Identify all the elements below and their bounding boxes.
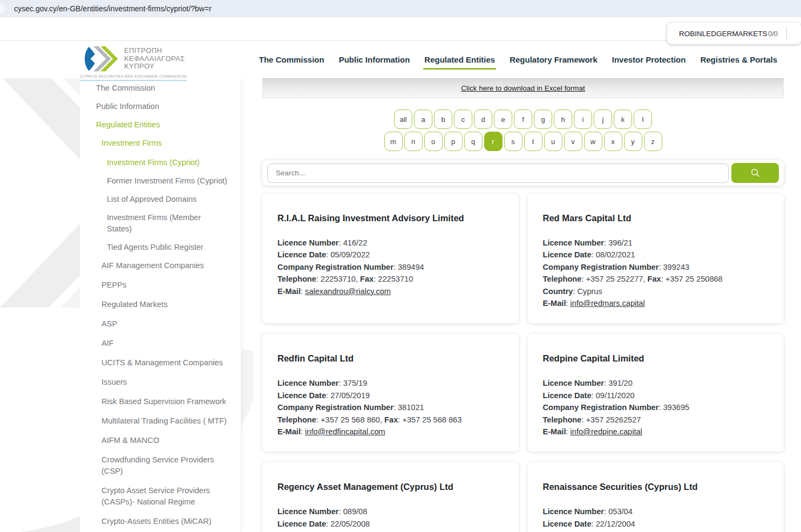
- entity-field: Company Registration Number: 389494: [277, 261, 504, 273]
- entity-field: Licence Number: 053/04: [543, 506, 769, 517]
- letter-filter-f[interactable]: f: [514, 110, 532, 129]
- letter-filter-all[interactable]: all: [394, 110, 412, 129]
- entity-fields: Licence Number: 375/19Licence Date: 27/0…: [277, 377, 504, 438]
- letter-filter-r[interactable]: r: [484, 132, 503, 151]
- nav-public-information[interactable]: Public Information: [339, 55, 410, 64]
- letter-filter-j[interactable]: j: [594, 110, 612, 129]
- search-button[interactable]: [731, 163, 779, 183]
- entity-field: Licence Number: 375/19: [277, 377, 504, 389]
- sidebar-item-pepps[interactable]: PEPPs: [80, 279, 241, 291]
- field-label: Licence Date: [277, 250, 326, 259]
- email-link[interactable]: salexandrou@rialcy.com: [305, 287, 391, 296]
- entity-field: Licence Number: 416/22: [277, 237, 504, 249]
- sidebar-menu: The CommissionPublic InformationRegulate…: [80, 83, 241, 532]
- letter-filter-l[interactable]: l: [634, 110, 652, 129]
- sidebar-item-crypto-assets-entities-micar[interactable]: Crypto-Assets Entities (MiCAR): [80, 516, 241, 527]
- excel-download-link[interactable]: Click here to download in Excel format: [461, 84, 585, 92]
- field-label: Country: [543, 287, 573, 296]
- sidebar-item-aif-management-companies[interactable]: AIF Management Companies: [80, 260, 241, 271]
- nav-the-commission[interactable]: The Commission: [259, 55, 324, 64]
- letter-filter-s[interactable]: s: [504, 132, 522, 151]
- find-query-input[interactable]: ROBINLEDGERMARKETS: [679, 30, 768, 38]
- letter-filter-k[interactable]: k: [614, 110, 632, 129]
- field-label: E-Mail: [543, 427, 566, 436]
- entity-name: Renaissance Securities (Cyprus) Ltd: [543, 482, 769, 492]
- search-input[interactable]: [267, 163, 729, 183]
- sidebar-item-tied-agents-public-register[interactable]: Tied Agents Public Register: [80, 242, 241, 253]
- letter-filter-h[interactable]: h: [554, 110, 572, 129]
- email-link[interactable]: info@redmars.capital: [571, 299, 645, 308]
- cysec-logo[interactable]: ΕΠΙΤΡΟΠΗ ΚΕΦΑΛΑΙΑΓΟΡΑΣ ΚΥΠΡΟΥ CYPRUS SEC…: [80, 45, 187, 81]
- letter-filter-v[interactable]: v: [564, 132, 582, 151]
- letter-filter-z[interactable]: z: [644, 132, 662, 151]
- field-label: E-Mail: [543, 299, 566, 308]
- sidebar-item-investment-firms-cypriot[interactable]: Investment Firms (Cypriot): [80, 157, 241, 168]
- letter-filter-i[interactable]: i: [574, 110, 592, 129]
- letter-filter-e[interactable]: e: [494, 110, 512, 129]
- letter-filter-g[interactable]: g: [534, 110, 552, 129]
- letter-filter-t[interactable]: t: [524, 132, 542, 151]
- entity-fields: Licence Number: 053/04Licence Date: 22/1…: [543, 506, 769, 532]
- entity-field: Licence Number: 396/21: [543, 237, 769, 249]
- email-link[interactable]: info@redpine.capital: [571, 427, 642, 436]
- entity-field: Licence Date: 27/05/2019: [277, 390, 504, 401]
- sidebar-item-regulated-markets[interactable]: Regulated Markets: [80, 299, 241, 310]
- sidebar-item-former-investment-firms-cypriot[interactable]: Former Investment Firms (Cypriot): [80, 175, 241, 187]
- field-label: Licence Number: [277, 507, 339, 516]
- sidebar-item-public-information[interactable]: Public Information: [80, 101, 241, 112]
- sidebar-item-regulated-entities[interactable]: Regulated Entities: [80, 119, 241, 131]
- sidebar-item-aifm-manco[interactable]: AIFM & MANCO: [80, 435, 241, 446]
- letter-filter-p[interactable]: p: [444, 132, 463, 151]
- main-content: Click here to download in Excel format a…: [262, 78, 784, 532]
- sidebar: The CommissionPublic InformationRegulate…: [80, 78, 241, 532]
- sidebar-item-investment-firms-member-states[interactable]: Investment Firms (Member States): [80, 212, 241, 235]
- entity-field: Telephone: +357 25262527: [543, 414, 769, 426]
- letter-filter-c[interactable]: c: [454, 110, 472, 129]
- sidebar-item-list-of-approved-domains[interactable]: List of Approved Domains: [80, 194, 241, 205]
- letter-filter-w[interactable]: w: [584, 132, 602, 151]
- sidebar-item-investment-firms[interactable]: Investment Firms: [80, 138, 241, 149]
- nav-regulated-entities[interactable]: Regulated Entities: [424, 55, 495, 64]
- entity-name: R.I.A.L Raising Investment Advisory Limi…: [277, 213, 504, 223]
- sidebar-item-the-commission[interactable]: The Commission: [80, 83, 241, 94]
- letter-filter-d[interactable]: d: [474, 110, 492, 129]
- browser-address-bar[interactable]: cysec.gov.cy/en-GB/entities/investment-f…: [0, 0, 801, 17]
- entity-fields: Licence Number: 089/08Licence Date: 22/0…: [277, 506, 504, 532]
- entity-field: Company Registration Number: 142715: [277, 530, 504, 532]
- entity-fields: Licence Number: 391/20Licence Date: 09/1…: [543, 377, 769, 438]
- sidebar-item-crowdfunding-service-providers-csp[interactable]: Crowdfunding Service Providers (CSP): [80, 454, 241, 477]
- nav-registries-portals[interactable]: Registries & Portals: [700, 55, 777, 64]
- entity-card: Renaissance Securities (Cyprus) Ltd Lice…: [528, 462, 784, 532]
- sidebar-item-risk-based-supervision-framework[interactable]: Risk Based Supervision Framework: [80, 396, 241, 407]
- alphabet-row: mnopqrstuvwxyz: [384, 132, 662, 151]
- entity-cards-grid: R.I.A.L Raising Investment Advisory Limi…: [262, 194, 784, 532]
- entity-field: Telephone: +357 25 252277, Fax: +357 25 …: [543, 273, 769, 285]
- entity-name: Red Mars Capital Ltd: [543, 213, 769, 223]
- letter-filter-q[interactable]: q: [464, 132, 483, 151]
- nav-investor-protection[interactable]: Investor Protection: [612, 55, 686, 64]
- letter-filter-n[interactable]: n: [404, 132, 423, 151]
- letter-filter-x[interactable]: x: [604, 132, 622, 151]
- entity-field: Licence Date: 05/09/2022: [277, 249, 504, 261]
- nav-regulatory-framework[interactable]: Regulatory Framework: [510, 55, 598, 64]
- entity-card: R.I.A.L Raising Investment Advisory Limi…: [262, 194, 519, 323]
- sidebar-item-multilateral-trading-facilities-mtf[interactable]: Multilateral Trading Facilities ( MTF): [80, 415, 241, 427]
- letter-filter-a[interactable]: a: [414, 110, 432, 129]
- field-label: Fax: [360, 275, 374, 283]
- find-in-page-bar[interactable]: ROBINLEDGERMARKETS 0/0: [667, 23, 801, 44]
- entity-name: Redfin Capital Ltd: [277, 353, 504, 364]
- letter-filter-m[interactable]: m: [384, 132, 403, 151]
- letter-filter-b[interactable]: b: [434, 110, 452, 129]
- sidebar-item-crypto-asset-service-providers-casps-national-regime[interactable]: Crypto Asset Service Providers (CASPs)- …: [80, 485, 241, 508]
- alphabet-filter: allabcdefghijklmnopqrstuvwxyz: [262, 110, 784, 151]
- letter-filter-u[interactable]: u: [544, 132, 562, 151]
- sidebar-item-asp[interactable]: ASP: [80, 318, 241, 330]
- entity-field: E-Mail: salexandrou@rialcy.com: [277, 285, 504, 297]
- letter-filter-o[interactable]: o: [424, 132, 443, 151]
- email-link[interactable]: info@redfincapital.com: [305, 427, 385, 436]
- sidebar-item-issuers[interactable]: Issuers: [80, 377, 241, 388]
- sidebar-item-ucits-management-companies[interactable]: UCITS & Management Companies: [80, 357, 241, 369]
- letter-filter-y[interactable]: y: [624, 132, 642, 151]
- sidebar-item-aif[interactable]: AIF: [80, 338, 241, 349]
- field-label: Licence Number: [543, 238, 605, 247]
